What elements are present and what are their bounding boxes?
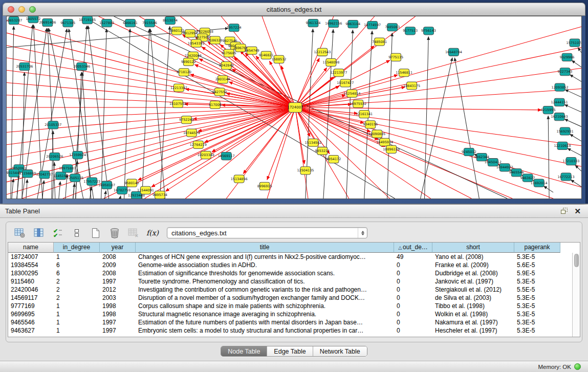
graph-edge[interactable]: [548, 116, 549, 199]
graph-node[interactable]: 10896159: [383, 145, 400, 153]
graph-edge[interactable]: [160, 26, 169, 199]
graph-node[interactable]: 9329966: [560, 53, 575, 61]
table-row[interactable]: 2242004622012Investigating the contribut…: [8, 286, 572, 294]
graph-edge[interactable]: [570, 134, 581, 141]
graph-node[interactable]: 10975532: [350, 100, 366, 107]
column-header-out_de[interactable]: △out_de…: [394, 243, 432, 253]
graph-edge[interactable]: [17, 174, 18, 199]
graph-node[interactable]: 12213387: [170, 84, 187, 92]
column-check-button[interactable]: ✔ ✔: [51, 226, 64, 239]
graph-edge[interactable]: [295, 58, 319, 107]
graph-node[interactable]: 2718120: [177, 69, 191, 76]
graph-node[interactable]: 20691406: [39, 19, 56, 27]
column-header-year[interactable]: year: [100, 243, 136, 253]
graph-edge[interactable]: [564, 119, 581, 127]
tab-network-table[interactable]: Network Table: [313, 346, 367, 356]
graph-edge[interactable]: [295, 27, 581, 107]
graph-edge[interactable]: [295, 107, 581, 146]
graph-node[interactable]: 7485081: [372, 38, 387, 46]
graph-node[interactable]: 18107553: [169, 100, 186, 107]
graph-edge[interactable]: [7, 82, 295, 107]
graph-node[interactable]: 16648784: [445, 48, 462, 56]
graph-node[interactable]: 17210333: [563, 158, 580, 165]
graph-node[interactable]: 12042737: [36, 171, 53, 179]
table-row[interactable]: 1872400712008Changes of HCN gene express…: [8, 253, 572, 261]
table-row[interactable]: 1456911722003Disruption of a novel membe…: [8, 294, 572, 302]
graph-edge[interactable]: [295, 48, 581, 107]
graph-edge[interactable]: [570, 75, 581, 82]
graph-edge[interactable]: [120, 196, 121, 199]
tab-edge-table[interactable]: Edge Table: [267, 346, 313, 356]
graph-node[interactable]: 11254814: [343, 90, 360, 97]
graph-node[interactable]: 9775135: [388, 53, 403, 61]
graph-node[interactable]: 9756143: [421, 27, 436, 35]
graph-edge[interactable]: [73, 184, 75, 199]
graph-node[interactable]: 12210618: [554, 142, 571, 149]
graph-node[interactable]: 10167427: [337, 79, 354, 87]
graph-node[interactable]: 12504135: [297, 167, 314, 174]
graph-node[interactable]: 1588532: [272, 55, 287, 63]
column-header-pagerank[interactable]: pagerank: [514, 243, 560, 253]
graph-node[interactable]: 10975887: [59, 165, 76, 172]
graph-node[interactable]: 9671385: [60, 19, 75, 27]
graph-node[interactable]: 10774597: [364, 21, 381, 29]
graph-edge[interactable]: [7, 107, 295, 194]
graph-node[interactable]: 9340156: [363, 121, 378, 128]
graph-edge[interactable]: [295, 107, 431, 199]
graph-node[interactable]: 417006: [209, 101, 222, 108]
graph-edge[interactable]: [12, 179, 13, 199]
graph-edge[interactable]: [295, 107, 553, 199]
row-selector-button[interactable]: [70, 226, 83, 239]
graph-node[interactable]: 14569117: [218, 152, 235, 160]
graph-node[interactable]: 12212543: [314, 48, 331, 56]
graph-node[interactable]: 10843175: [403, 82, 420, 90]
graph-node[interactable]: 10719185: [79, 16, 96, 24]
graph-node[interactable]: 8613074: [163, 17, 178, 25]
graph-node[interactable]: 12505135: [67, 174, 83, 182]
graph-edge[interactable]: [568, 148, 581, 156]
graph-node[interactable]: 15495934: [376, 138, 393, 146]
column-header-title[interactable]: title: [136, 243, 394, 253]
graph-edge[interactable]: [425, 36, 429, 199]
graph-node[interactable]: 1405572: [26, 16, 40, 23]
graph-node[interactable]: 9242848: [219, 61, 234, 69]
graph-node[interactable]: 7485083: [385, 24, 400, 31]
table-row[interactable]: 1830029562008Estimation of significance …: [8, 269, 572, 277]
graph-node[interactable]: 8954172: [326, 156, 341, 163]
memory-ok-icon[interactable]: [574, 363, 581, 370]
graph-node[interactable]: 9863104: [345, 20, 360, 28]
close-panel-icon[interactable]: ✕: [574, 207, 581, 215]
graph-node[interactable]: 8186328: [208, 36, 223, 44]
graph-edge[interactable]: [145, 107, 295, 199]
graph-node[interactable]: 9752249: [179, 116, 194, 124]
float-panel-icon[interactable]: [561, 208, 568, 214]
graph-node[interactable]: 17359924: [69, 151, 86, 159]
graph-node[interactable]: 1145193: [53, 172, 68, 180]
graph-node[interactable]: 8860123: [169, 27, 184, 35]
table-select-dropdown[interactable]: citations_edges.txt: [167, 227, 367, 238]
graph-node[interactable]: 9175685: [222, 49, 236, 57]
graph-edge[interactable]: [7, 107, 295, 182]
graph-edge[interactable]: [22, 107, 295, 199]
network-window-titlebar[interactable]: citations_edges.txt: [3, 3, 585, 16]
graph-node[interactable]: 8996915: [257, 182, 272, 190]
graph-node[interactable]: 10653287: [7, 17, 22, 25]
graph-edge[interactable]: [295, 89, 581, 107]
table-vertical-scrollbar[interactable]: [572, 253, 580, 337]
graph-edge[interactable]: [578, 48, 581, 53]
table-row[interactable]: 946362711997Embryonic stem cells: a mode…: [8, 326, 572, 335]
table-mode-button[interactable]: [13, 226, 27, 239]
table-row[interactable]: 977716911998Corpus callosum shape and si…: [8, 302, 572, 310]
graph-node[interactable]: 9890122: [181, 58, 196, 65]
graph-node[interactable]: 12161341: [356, 111, 373, 118]
table-row[interactable]: 911546021997Tourette syndrome. Phenomeno…: [8, 277, 572, 286]
graph-node[interactable]: 7957224: [227, 24, 242, 32]
graph-node[interactable]: 15134856: [231, 175, 248, 183]
column-header-name[interactable]: name: [8, 243, 54, 253]
graph-node[interactable]: 9227343: [558, 68, 573, 76]
graph-node[interactable]: 8215955: [541, 106, 556, 114]
column-header-in_degree[interactable]: in_degree: [54, 243, 100, 253]
graph-edge[interactable]: [124, 29, 130, 199]
graph-edge[interactable]: [572, 60, 581, 67]
graph-node[interactable]: 9580142: [124, 179, 139, 187]
